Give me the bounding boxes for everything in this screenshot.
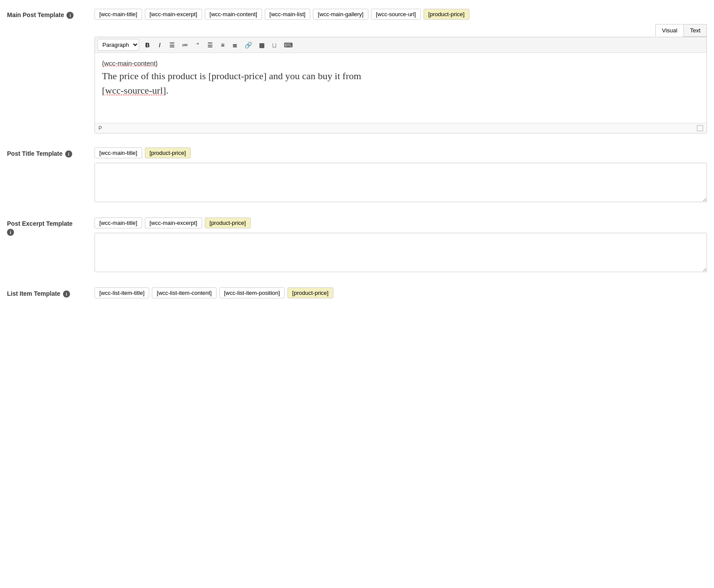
align-right-button[interactable]: ≣ <box>229 40 241 50</box>
wcc-main-content-shortcode: {wcc-main-content} <box>102 60 158 67</box>
tag-wcc-main-title[interactable]: [wcc-main-title] <box>94 9 142 20</box>
post-excerpt-template-content: [wcc-main-title][wcc-main-excerpt][produ… <box>94 217 707 273</box>
editor-line-3: [wcc-source-url]. <box>102 83 700 98</box>
tag-product-price[interactable]: [product-price] <box>145 147 191 158</box>
paragraph-select[interactable]: Paragraph <box>98 39 139 51</box>
post-excerpt-template-label: Post Excerpt Template i <box>7 217 94 236</box>
list-item-template-section: List Item Template i [wcc-list-item-titl… <box>7 287 707 303</box>
table-button[interactable]: ▦ <box>256 40 268 50</box>
tag-product-price[interactable]: [product-price] <box>287 287 333 298</box>
tag-wcc-list-item-position[interactable]: [wcc-list-item-position] <box>219 287 285 298</box>
main-post-template-info-icon[interactable]: i <box>66 12 74 19</box>
post-title-template-tags: [wcc-main-title][product-price] <box>94 147 707 158</box>
unordered-list-button[interactable]: ☰ <box>166 40 178 50</box>
editor-tabs: Visual Text <box>94 24 707 37</box>
tag-wcc-main-excerpt[interactable]: [wcc-main-excerpt] <box>145 9 202 20</box>
post-excerpt-template-section: Post Excerpt Template i [wcc-main-title]… <box>7 217 707 273</box>
post-title-template-label: Post Title Template i <box>7 147 94 158</box>
list-item-template-tags: [wcc-list-item-title][wcc-list-item-cont… <box>94 287 707 298</box>
italic-button[interactable]: I <box>154 40 165 50</box>
align-left-button[interactable]: ☰ <box>204 40 216 50</box>
post-excerpt-template-title: Post Excerpt Template <box>7 220 73 227</box>
tab-visual[interactable]: Visual <box>655 24 683 37</box>
bold-button[interactable]: B <box>142 40 153 50</box>
align-center-button[interactable]: ≡ <box>217 40 228 50</box>
tab-text[interactable]: Text <box>683 24 707 37</box>
editor-footer: P <box>95 123 707 133</box>
post-excerpt-template-tags: [wcc-main-title][wcc-main-excerpt][produ… <box>94 217 707 228</box>
list-item-template-content: [wcc-list-item-title][wcc-list-item-cont… <box>94 287 707 303</box>
tag-wcc-list-item-title[interactable]: [wcc-list-item-title] <box>94 287 149 298</box>
list-item-template-title: List Item Template <box>7 290 60 297</box>
tag-wcc-source-url[interactable]: [wcc-source-url] <box>371 9 421 20</box>
editor-toolbar: Paragraph B I ☰ ≔ “ ☰ ≡ ≣ 🔗 ▦ ⨆ ⌨ <box>95 37 707 53</box>
tag-wcc-main-gallery[interactable]: [wcc-main-gallery] <box>313 9 368 20</box>
tag-wcc-list-item-content[interactable]: [wcc-list-item-content] <box>152 287 217 298</box>
tag-product-price[interactable]: [product-price] <box>424 9 469 20</box>
keyboard-button[interactable]: ⌨ <box>281 40 296 50</box>
post-excerpt-template-info-icon[interactable]: i <box>7 229 14 236</box>
tag-wcc-main-excerpt[interactable]: [wcc-main-excerpt] <box>145 217 202 228</box>
tag-wcc-main-list[interactable]: [wcc-main-list] <box>265 9 310 20</box>
post-title-textarea[interactable] <box>94 163 707 202</box>
link-button[interactable]: 🔗 <box>242 40 255 50</box>
tag-wcc-main-title[interactable]: [wcc-main-title] <box>94 147 142 158</box>
post-excerpt-textarea[interactable] <box>94 233 707 272</box>
main-post-template-section: Main Post Template i [wcc-main-title][wc… <box>7 9 707 133</box>
editor-fullscreen-icon[interactable] <box>697 125 703 131</box>
post-title-template-info-icon[interactable]: i <box>65 150 72 158</box>
main-editor-wrapper: Paragraph B I ☰ ≔ “ ☰ ≡ ≣ 🔗 ▦ ⨆ ⌨ {wcc-m… <box>94 37 707 133</box>
main-post-template-content: [wcc-main-title][wcc-main-excerpt][wcc-m… <box>94 9 707 133</box>
editor-tag-p: P <box>98 125 102 131</box>
post-title-template-content: [wcc-main-title][product-price] <box>94 147 707 203</box>
fullscreen-button[interactable]: ⨆ <box>269 40 280 50</box>
post-title-template-section: Post Title Template i [wcc-main-title][p… <box>7 147 707 203</box>
tag-product-price[interactable]: [product-price] <box>205 217 251 228</box>
list-item-template-info-icon[interactable]: i <box>63 290 70 298</box>
editor-body[interactable]: {wcc-main-content} The price of this pro… <box>95 53 707 123</box>
tag-wcc-main-title[interactable]: [wcc-main-title] <box>94 217 142 228</box>
ordered-list-button[interactable]: ≔ <box>179 40 191 50</box>
list-item-template-label: List Item Template i <box>7 287 94 298</box>
main-post-template-label: Main Post Template i <box>7 9 94 19</box>
blockquote-button[interactable]: “ <box>192 40 203 50</box>
wcc-source-url-shortcode: [wcc-source-url] <box>102 85 166 96</box>
editor-line-1: {wcc-main-content} <box>102 58 700 69</box>
tag-wcc-main-content[interactable]: [wcc-main-content] <box>205 9 262 20</box>
main-post-template-tags: [wcc-main-title][wcc-main-excerpt][wcc-m… <box>94 9 707 20</box>
post-title-template-title: Post Title Template <box>7 150 63 157</box>
main-post-template-title: Main Post Template <box>7 11 64 18</box>
editor-line-2: The price of this product is [product-pr… <box>102 69 700 83</box>
post-excerpt-label-wrap: Post Excerpt Template i <box>7 220 73 236</box>
